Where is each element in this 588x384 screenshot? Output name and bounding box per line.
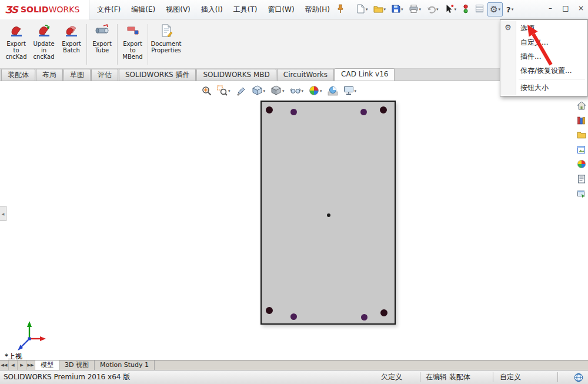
titlebar: ƷS SOLIDWORKS 文件(F) 编辑(E) 视图(V) 插入(I) 工具… (0, 0, 588, 19)
appearances-scenes-button[interactable] (575, 159, 587, 171)
custom-properties-button[interactable] (575, 173, 587, 186)
new-document-button[interactable]: ▾ (354, 2, 370, 16)
display-style-icon (270, 85, 282, 98)
fastener-bottom-right[interactable] (361, 314, 368, 320)
assembly-part-plate[interactable] (260, 101, 396, 325)
undo-button[interactable]: ▾ (425, 2, 440, 16)
save-button[interactable]: ▾ (389, 2, 405, 16)
update-in-cnckad-button[interactable]: Update in cncKad (30, 22, 58, 67)
task-pane-strip (575, 100, 587, 201)
menu-edit[interactable]: 编辑(E) (126, 0, 161, 19)
tab-circuitworks[interactable]: CircuitWorks (277, 69, 334, 81)
tab-sketch[interactable]: 草图 (64, 69, 91, 81)
rebuild-lights-button[interactable] (460, 2, 472, 16)
home-icon (577, 101, 586, 112)
reference-triad (7, 320, 49, 356)
design-library-button[interactable] (575, 115, 587, 127)
hole-top-right[interactable] (380, 106, 387, 113)
zoom-to-fit-button[interactable] (200, 85, 213, 98)
apply-scene-button[interactable] (326, 85, 339, 98)
edit-appearance-button[interactable]: ▾ (308, 85, 323, 98)
ds-logo-icon: ƷS (5, 4, 18, 15)
zoom-to-area-button[interactable]: ▾ (216, 85, 232, 98)
help-icon: ? (506, 5, 511, 14)
export-batch-button[interactable]: Export Batch (58, 22, 85, 67)
monitor-icon (343, 85, 354, 97)
center-point[interactable] (327, 213, 330, 217)
solidworks-resources-button[interactable] (575, 100, 587, 112)
menu-item-button-size[interactable]: 按钮大小 (501, 81, 587, 95)
hole-bottom-right[interactable] (380, 309, 387, 316)
menu-item-save-restore-settings[interactable]: 保存/恢复设置... (501, 64, 587, 78)
tab-assembly[interactable]: 装配体 (1, 69, 35, 81)
menu-file[interactable]: 文件(F) (92, 0, 126, 19)
hole-top-left[interactable] (266, 106, 273, 113)
feature-tree-collapse-handle[interactable]: ◀ (0, 206, 6, 221)
tab-solidworks-mbd[interactable]: SOLIDWORKS MBD (196, 69, 276, 81)
tab-3d-views[interactable]: 3D 视图 (59, 360, 95, 370)
hole-bottom-left[interactable] (266, 307, 273, 314)
menu-item-options[interactable]: ⚙ 选项 (501, 21, 587, 35)
export-to-mbend-button[interactable]: Export to MBend (119, 22, 146, 67)
menu-item-customize[interactable]: 自定义... (501, 35, 587, 49)
menu-insert[interactable]: 插入(I) (196, 0, 228, 19)
status-separator (557, 372, 558, 382)
save-icon (391, 4, 400, 15)
open-folder-icon (373, 4, 383, 15)
status-editing-assembly: 在编辑 装配体 (426, 370, 470, 384)
fastener-top-left[interactable] (290, 109, 297, 115)
tab-layout[interactable]: 布局 (36, 69, 63, 81)
maximize-button[interactable]: □ (560, 4, 572, 14)
section-view-button[interactable] (235, 85, 248, 98)
previous-tab-button[interactable]: ◀ (9, 360, 18, 370)
display-style-button[interactable]: ▾ (269, 85, 286, 98)
menu-window[interactable]: 窗口(W) (262, 0, 299, 19)
chevron-down-icon: ▾ (436, 7, 439, 12)
document-properties-button[interactable]: Document Properties (149, 22, 183, 67)
tab-model[interactable]: 模型 (35, 360, 59, 370)
open-button[interactable]: ▾ (372, 2, 388, 16)
export-to-cnckad-button[interactable]: Export to cncKad (2, 22, 30, 67)
brand-text: SOLIDWORKS (21, 5, 79, 14)
tab-solidworks-addins[interactable]: SOLIDWORKS 插件 (119, 69, 196, 81)
menu-tools[interactable]: 工具(T) (228, 0, 263, 19)
graphics-area[interactable]: ▾ ▾ ▾ ▾ ▾ ▾ (0, 81, 588, 360)
export-tube-button[interactable]: Export Tube (88, 22, 116, 67)
next-tab-button[interactable]: ▶ (18, 360, 26, 370)
hide-show-items-button[interactable]: ▾ (289, 85, 305, 98)
options-button[interactable]: ⚙▾ (487, 2, 503, 16)
fastener-bottom-left[interactable] (290, 313, 297, 320)
close-button[interactable]: × (575, 4, 587, 14)
standard-toolbar: ▾ ▾ ▾ ▾ ▾ ▾ ⚙▾ (354, 2, 515, 16)
first-tab-button[interactable]: ◀◀ (0, 360, 9, 370)
menu-help[interactable]: 帮助(H) (300, 0, 335, 19)
file-explorer-button[interactable] (575, 129, 587, 142)
menu-item-addins[interactable]: 插件... (501, 49, 587, 64)
view-settings-button[interactable]: ▾ (342, 85, 358, 98)
scene-icon (328, 85, 338, 98)
last-tab-button[interactable]: ▶▶ (26, 360, 35, 370)
forum-button[interactable] (575, 188, 587, 201)
tab-motion-study-1[interactable]: Motion Study 1 (95, 360, 155, 370)
print-button[interactable]: ▾ (407, 2, 423, 16)
globe-icon[interactable] (574, 373, 583, 384)
menu-view[interactable]: 视图(V) (161, 0, 196, 19)
chevron-down-icon: ▾ (320, 89, 322, 94)
minimize-button[interactable]: – (544, 4, 556, 14)
view-orientation-button[interactable]: ▾ (250, 85, 267, 98)
ribbon-separator (117, 24, 118, 65)
help-button[interactable]: ?▾ (505, 2, 515, 16)
view-palette-button[interactable] (575, 144, 587, 156)
brand-solid: SOLID (21, 5, 49, 14)
command-list-button[interactable] (473, 2, 486, 16)
tab-cad-link-v16[interactable]: CAD Link v16 (335, 68, 395, 81)
gear-icon: ⚙ (505, 24, 512, 31)
chevron-down-icon: ▾ (499, 7, 501, 12)
model-tab-bar: ◀◀ ◀ ▶ ▶▶ 模型 3D 视图 Motion Study 1 (0, 360, 588, 370)
fastener-top-right[interactable] (360, 109, 367, 115)
status-customize-button[interactable]: 自定义 (500, 370, 521, 384)
window-controls: – □ × (544, 4, 587, 14)
tab-evaluate[interactable]: 评估 (91, 69, 118, 81)
pin-menu-button[interactable] (336, 4, 345, 15)
select-button[interactable]: ▾ (442, 2, 459, 16)
